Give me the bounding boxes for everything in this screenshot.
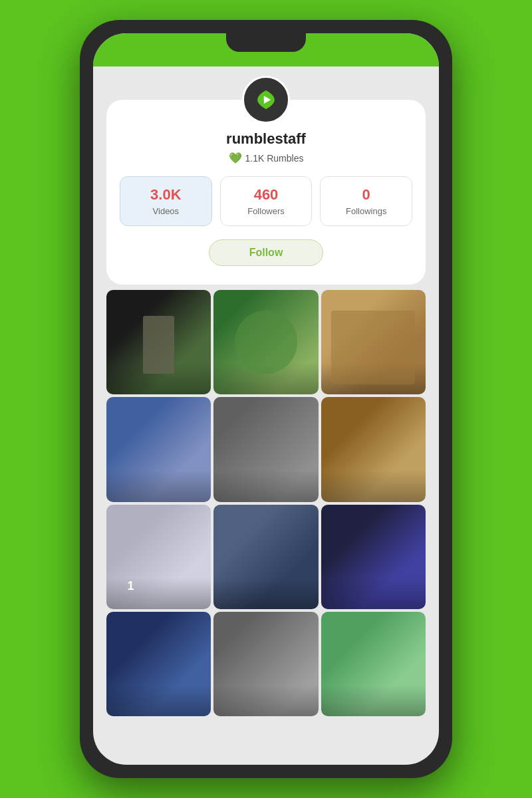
thumb-overlay-4 bbox=[106, 470, 211, 501]
thumb-overlay-1 bbox=[106, 363, 211, 394]
video-thumbnail-8[interactable] bbox=[213, 505, 318, 609]
thumb-overlay-12 bbox=[321, 685, 426, 716]
followers-count: 460 bbox=[254, 186, 279, 203]
video-thumbnail-1[interactable] bbox=[106, 290, 211, 394]
rumbles-count: 1.1K Rumbles bbox=[245, 153, 304, 164]
video-grid bbox=[104, 285, 428, 722]
video-thumbnail-6[interactable] bbox=[321, 397, 426, 501]
rumbles-badge: 💚 1.1K Rumbles bbox=[229, 152, 304, 164]
followings-stat: 0 Followings bbox=[320, 176, 412, 226]
followers-stat: 460 Followers bbox=[220, 176, 313, 226]
followings-label: Followings bbox=[346, 206, 386, 216]
video-thumbnail-2[interactable] bbox=[213, 290, 318, 394]
thumb-overlay-2 bbox=[213, 363, 318, 394]
followings-count: 0 bbox=[362, 186, 370, 203]
followers-label: Followers bbox=[247, 206, 285, 216]
phone-screen: rumblestaff 💚 1.1K Rumbles 3.0K Videos 4… bbox=[93, 33, 439, 765]
screen-top-green bbox=[93, 33, 439, 66]
thumb-overlay-10 bbox=[106, 685, 211, 716]
video-thumbnail-12[interactable] bbox=[321, 612, 426, 716]
profile-card: rumblestaff 💚 1.1K Rumbles 3.0K Videos 4… bbox=[106, 100, 426, 285]
video-thumbnail-5[interactable] bbox=[213, 397, 318, 501]
videos-count: 3.0K bbox=[150, 186, 181, 203]
follow-button[interactable]: Follow bbox=[209, 239, 324, 266]
thumb-overlay-7 bbox=[106, 578, 211, 609]
heart-icon: 💚 bbox=[229, 152, 242, 164]
thumb-overlay-3 bbox=[321, 363, 426, 394]
phone-notch bbox=[226, 33, 306, 52]
video-thumbnail-11[interactable] bbox=[213, 612, 318, 716]
thumb-overlay-9 bbox=[321, 578, 426, 609]
video-thumbnail-3[interactable] bbox=[321, 290, 426, 394]
thumb-overlay-6 bbox=[321, 470, 426, 501]
thumb-overlay-8 bbox=[213, 578, 318, 609]
videos-label: Videos bbox=[153, 206, 180, 216]
phone-frame: rumblestaff 💚 1.1K Rumbles 3.0K Videos 4… bbox=[80, 20, 452, 778]
username: rumblestaff bbox=[226, 130, 306, 148]
thumb-overlay-5 bbox=[213, 470, 318, 501]
video-thumbnail-10[interactable] bbox=[106, 612, 211, 716]
videos-stat: 3.0K Videos bbox=[120, 176, 212, 226]
stats-row: 3.0K Videos 460 Followers 0 Followings bbox=[120, 176, 412, 226]
video-thumbnail-9[interactable] bbox=[321, 505, 426, 609]
video-thumbnail-4[interactable] bbox=[106, 397, 211, 501]
thumb-overlay-11 bbox=[213, 685, 318, 716]
video-thumbnail-7[interactable] bbox=[106, 505, 211, 609]
rumble-logo bbox=[242, 76, 290, 124]
